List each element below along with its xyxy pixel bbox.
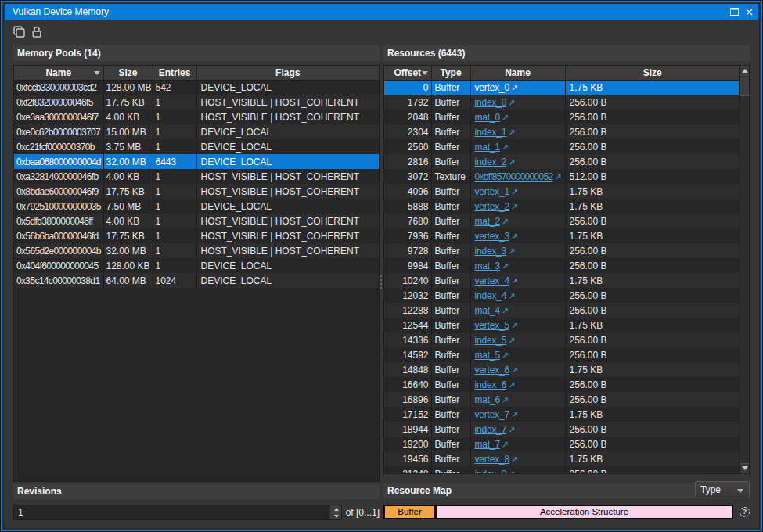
- resource-row[interactable]: 14848Buffervertex_6↗1.75 KB: [384, 362, 740, 377]
- resource-row[interactable]: 9984Buffermat_3↗256.00 B: [384, 258, 740, 273]
- resource-row[interactable]: 10240Buffervertex_4↗1.75 KB: [384, 273, 740, 288]
- column-header-entries[interactable]: Entries: [153, 66, 196, 80]
- column-header-type[interactable]: Type: [431, 66, 470, 80]
- resource-row[interactable]: 16640Bufferindex_6↗256.00 B: [384, 377, 740, 392]
- resource-type-cell: Buffer: [431, 303, 470, 318]
- resource-link[interactable]: index_5: [475, 335, 507, 346]
- resource-link[interactable]: vertex_8: [475, 454, 509, 465]
- resource-link[interactable]: vertex_7: [475, 409, 509, 420]
- column-header-offset[interactable]: Offset: [384, 66, 431, 80]
- resource-row[interactable]: 12288Buffermat_4↗256.00 B: [384, 303, 740, 318]
- lock-button[interactable]: [28, 23, 45, 40]
- column-header-size[interactable]: Size: [103, 66, 153, 80]
- resource-link[interactable]: mat_7: [475, 439, 500, 450]
- resource-link[interactable]: mat_2: [475, 216, 500, 227]
- resource-row[interactable]: 12544Buffervertex_5↗1.75 KB: [384, 318, 740, 332]
- resource-link[interactable]: mat_0: [475, 112, 500, 123]
- resource-row[interactable]: 7936Buffervertex_3↗1.75 KB: [384, 228, 740, 243]
- resource-row[interactable]: 0Buffervertex_0↗1.75 KB: [384, 80, 740, 95]
- map-segment-buffer[interactable]: Buffer: [385, 506, 434, 518]
- resource-type-cell: Buffer: [431, 377, 470, 392]
- resource-row[interactable]: 2816Bufferindex_2↗256.00 B: [384, 154, 740, 169]
- memory-pool-row[interactable]: 0xbaa068000000004d32.00 MB6443DEVICE_LOC…: [14, 154, 379, 169]
- resource-link[interactable]: index_1: [475, 127, 507, 138]
- resource-link[interactable]: vertex_1: [475, 186, 509, 197]
- resource-row[interactable]: 2560Buffermat_1↗256.00 B: [384, 139, 740, 154]
- column-header-flags[interactable]: Flags: [196, 66, 379, 80]
- resource-link[interactable]: vertex_3: [475, 231, 509, 242]
- resource-row[interactable]: 2048Buffermat_0↗256.00 B: [384, 110, 740, 124]
- resource-link[interactable]: vertex_6: [475, 365, 509, 376]
- resource-link[interactable]: mat_6: [475, 394, 500, 405]
- memory-pool-row[interactable]: 0x8bdae600000046f917.75 KB1HOST_VISIBLE …: [14, 184, 379, 199]
- memory-pool-row[interactable]: 0xe0c62b000000370715.00 MB1DEVICE_LOCAL: [14, 124, 379, 139]
- resource-row[interactable]: 2304Bufferindex_1↗256.00 B: [384, 124, 740, 139]
- pool-name-cell: 0xa3281400000046fb: [14, 169, 103, 184]
- memory-pool-row[interactable]: 0xc21fcf000000370b3.75 MB1DEVICE_LOCAL: [14, 139, 379, 154]
- column-header-name[interactable]: Name: [470, 66, 565, 80]
- memory-pool-row[interactable]: 0xa3281400000046fb4.00 KB1HOST_VISIBLE |…: [14, 169, 379, 184]
- map-segment-acceleration-structure[interactable]: Acceleration Structure: [437, 506, 732, 518]
- resource-row[interactable]: 19456Buffervertex_8↗1.75 KB: [384, 451, 740, 466]
- close-window-button[interactable]: [742, 5, 756, 18]
- column-header-size[interactable]: Size: [565, 66, 740, 80]
- memory-pool-row[interactable]: 0xfccb330000003cd2128.00 MB542DEVICE_LOC…: [14, 80, 379, 95]
- panel-splitter[interactable]: [380, 65, 383, 482]
- resource-row[interactable]: 5888Buffervertex_2↗1.75 KB: [384, 199, 740, 214]
- resource-row[interactable]: 4096Buffervertex_1↗1.75 KB: [384, 184, 740, 199]
- resource-link[interactable]: vertex_0: [475, 82, 509, 93]
- resource-row[interactable]: 7680Buffermat_2↗256.00 B: [384, 214, 740, 228]
- resource-link[interactable]: index_0: [475, 97, 507, 108]
- memory-pool-row[interactable]: 0x79251000000000357.50 MB1DEVICE_LOCAL: [14, 199, 379, 214]
- spinner-buttons: [329, 505, 341, 519]
- scrollbar-thumb[interactable]: [740, 77, 750, 96]
- resource-row[interactable]: 1792Bufferindex_0↗256.00 B: [384, 95, 740, 110]
- resource-link[interactable]: index_4: [475, 290, 507, 301]
- revision-spinbox[interactable]: 1: [13, 505, 342, 520]
- memory-pool-row[interactable]: 0xe3aa3000000046f74.00 KB1HOST_VISIBLE |…: [14, 110, 379, 124]
- resource-link[interactable]: index_7: [475, 424, 507, 435]
- memory-pool-row[interactable]: 0x404f600000000045128.00 KB1DEVICE_LOCAL: [14, 258, 379, 273]
- resource-row[interactable]: 16896Buffermat_6↗256.00 B: [384, 392, 740, 407]
- memory-pool-row[interactable]: 0x5dfb3800000046ff4.00 KB1HOST_VISIBLE |…: [14, 214, 379, 228]
- resource-link[interactable]: vertex_5: [475, 320, 509, 331]
- resource-link[interactable]: index_8: [475, 469, 507, 475]
- goto-resource-icon: ↗: [511, 410, 518, 420]
- resource-link[interactable]: mat_3: [475, 261, 500, 271]
- resource-row[interactable]: 17152Buffervertex_7↗1.75 KB: [384, 407, 740, 422]
- scroll-up-button[interactable]: [740, 66, 750, 76]
- memory-pool-row[interactable]: 0xf2f83200000046f517.75 KB1HOST_VISIBLE …: [14, 95, 379, 110]
- resource-row[interactable]: 18944Bufferindex_7↗256.00 B: [384, 422, 740, 437]
- memory-pool-row[interactable]: 0x35c14c00000038d164.00 MB1024DEVICE_LOC…: [14, 273, 379, 288]
- memory-pool-row[interactable]: 0x565d2e000000004b32.00 MB1HOST_VISIBLE …: [14, 243, 379, 258]
- resource-row[interactable]: 9728Bufferindex_3↗256.00 B: [384, 243, 740, 258]
- restore-window-button[interactable]: [727, 5, 741, 18]
- memory-pool-row[interactable]: 0x56b6ba00000046fd17.75 KB1HOST_VISIBLE …: [14, 228, 379, 243]
- resource-row[interactable]: 14592Buffermat_5↗256.00 B: [384, 347, 740, 362]
- spin-up-button[interactable]: [330, 505, 342, 512]
- scroll-down-button[interactable]: [740, 463, 750, 473]
- resource-link[interactable]: vertex_2: [475, 201, 509, 212]
- resource-row[interactable]: 12032Bufferindex_4↗256.00 B: [384, 288, 740, 303]
- resource-map-type-combo[interactable]: Type: [695, 481, 750, 498]
- resource-link[interactable]: vertex_4: [475, 275, 509, 286]
- resource-link[interactable]: mat_5: [475, 350, 500, 361]
- resource-row[interactable]: 21248Bufferindex_8↗256.00 B: [384, 466, 740, 474]
- resource-row[interactable]: 14336Bufferindex_5↗256.00 B: [384, 332, 740, 347]
- help-icon[interactable]: ?: [740, 507, 750, 517]
- resource-link[interactable]: mat_1: [475, 142, 500, 153]
- resource-link[interactable]: index_2: [475, 156, 507, 167]
- resource-offset-cell: 12544: [384, 318, 431, 332]
- resource-link[interactable]: index_6: [475, 379, 507, 390]
- resource-row[interactable]: 3072Texture0xbff8570000000052↗512.00 B: [384, 169, 740, 184]
- resource-link[interactable]: index_3: [475, 246, 507, 257]
- resources-scrollbar[interactable]: [739, 66, 749, 473]
- resource-row[interactable]: 19200Buffermat_7↗256.00 B: [384, 437, 740, 451]
- resource-name-cell: vertex_7↗: [470, 407, 565, 422]
- copy-button[interactable]: [10, 23, 27, 40]
- column-header-name[interactable]: Name: [14, 66, 103, 80]
- resource-size-cell: 1.75 KB: [565, 273, 740, 288]
- resource-link[interactable]: mat_4: [475, 305, 500, 316]
- resource-link[interactable]: 0xbff8570000000052: [475, 171, 553, 182]
- spin-down-button[interactable]: [330, 512, 342, 519]
